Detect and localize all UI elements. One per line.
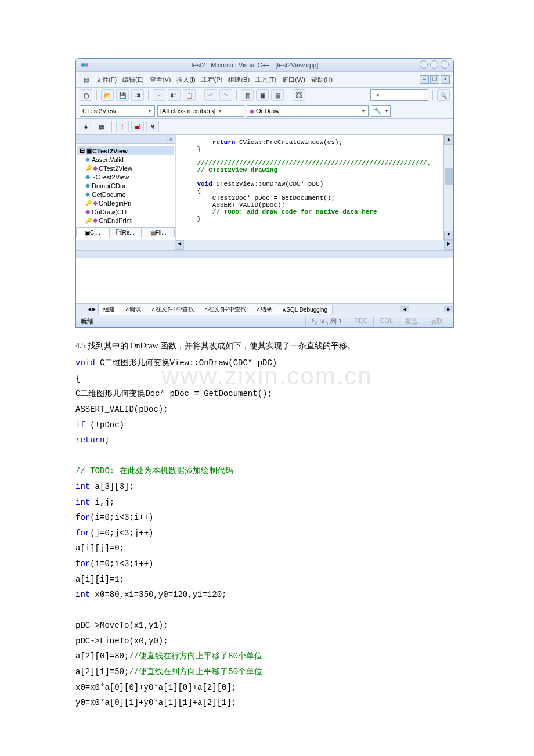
output-panel-header[interactable]	[76, 251, 453, 258]
paste-icon[interactable]: 📋	[183, 89, 196, 101]
title-bar: test2 - Microsoft Visual C++ - [test2Vie…	[76, 59, 453, 71]
workspace-icon[interactable]: ▥	[241, 89, 254, 101]
config-combo[interactable]: ▼	[370, 89, 428, 101]
tree-node[interactable]: ◆GetDocume	[77, 190, 174, 199]
output-content[interactable]	[76, 258, 453, 303]
menu-build[interactable]: 组建(B)	[228, 75, 250, 84]
class-combo[interactable]: CTest2View▼	[80, 105, 155, 117]
child-close-button[interactable]: ×	[441, 75, 450, 84]
find-icon[interactable]: 🔍	[437, 89, 450, 101]
window-list-icon[interactable]: ▤	[271, 89, 284, 101]
out-tab-debug[interactable]: ∧调试	[120, 304, 146, 315]
status-ready: 就绪	[81, 317, 93, 326]
tree-node[interactable]: ◆AssertValid	[77, 155, 174, 164]
status-ovr: 覆盖	[399, 317, 424, 326]
tree-node[interactable]: 🔑◆OnEndPrint	[77, 216, 174, 225]
toolbar-1: ▢ 📂 💾 ⿻ ✂ ⿻ 📋 ↶ ↷ ▥ ▦ ▤ ⿴ ▼ 🔍	[76, 88, 453, 103]
menu-insert[interactable]: 插入(I)	[176, 75, 195, 84]
execute-icon[interactable]: ≣!	[131, 121, 144, 132]
toolbar-2: CTest2View▼ [All class members]▼ ◆OnDraw…	[76, 103, 453, 119]
tab-classview[interactable]: ▣Cl...	[76, 228, 109, 237]
redo-icon: ↷	[219, 89, 232, 101]
output-tabs: ◀ ▶ 组建 ∧调试 ∧在文件1中查找 ∧在文件2中查找 ∧结果 ∧SQL De…	[76, 303, 453, 315]
out-tab-find1[interactable]: ∧在文件1中查找	[146, 304, 199, 315]
tree-panel-header[interactable]: ⊣ ×	[76, 135, 175, 144]
cut-icon: ✂	[153, 89, 165, 101]
class-tree-panel: ⊣ × ⊟ ▣ CTest2View ◆AssertValid🔑◆CTest2V…	[76, 135, 176, 240]
out-tab-find2[interactable]: ∧在文件2中查找	[199, 304, 252, 315]
save-all-icon[interactable]: ⿻	[131, 89, 144, 101]
tree-root[interactable]: ⊟ ▣ CTest2View	[77, 146, 174, 155]
status-rec: REC	[348, 317, 373, 326]
undo-icon: ↶	[204, 89, 217, 101]
window-title: test2 - Microsoft Visual C++ - [test2Vie…	[92, 62, 417, 69]
status-position: 行 56, 列 1	[305, 317, 348, 326]
menu-tools[interactable]: 工具(T)	[255, 75, 276, 84]
tree-node[interactable]: ◆OnDraw(CD	[77, 207, 174, 216]
out-tab-results[interactable]: ∧结果	[251, 304, 277, 315]
tab-fileview[interactable]: ▤Fil...	[142, 228, 175, 237]
tree-tabs: ▣Cl... ⿹Re... ▤Fil...	[76, 227, 175, 237]
toolbar-3: ◈ ▦ ! ≣! ↯	[76, 119, 453, 135]
menu-project[interactable]: 工程(P)	[201, 75, 223, 84]
code-editor[interactable]: return CView::PreCreateWindow(cs); } ///…	[176, 135, 453, 240]
doc-intro: 4.5 找到其中的 OnDraw 函数，并将其改成如下，使其实现了一条直线的平移…	[75, 339, 459, 353]
out-tab-build[interactable]: 组建	[98, 304, 120, 315]
compile-icon[interactable]: ◈	[80, 121, 92, 132]
app-icon	[81, 61, 89, 69]
open-icon[interactable]: 📂	[101, 89, 114, 101]
go-icon[interactable]: ↯	[146, 121, 159, 132]
output-icon[interactable]: ▦	[256, 89, 269, 101]
vertical-scrollbar[interactable]: ▲ ▼	[443, 135, 453, 240]
ide-window: test2 - Microsoft Visual C++ - [test2Vie…	[75, 58, 454, 328]
tree-node[interactable]: ◆~CTest2View	[77, 172, 174, 181]
filter-combo[interactable]: [All class members]▼	[157, 105, 244, 117]
build-icon[interactable]: ▦	[95, 121, 107, 132]
menu-view[interactable]: 查看(V)	[150, 75, 171, 84]
menu-bar: ▤ 文件(F) 编辑(E) 查看(V) 插入(I) 工程(P) 组建(B) 工具…	[76, 71, 453, 88]
tree-node[interactable]: 🔑◆CTest2View	[77, 164, 174, 172]
status-bar: 就绪 行 56, 列 1 REC COL 覆盖 读取	[76, 315, 453, 327]
stop-build-icon[interactable]: !	[116, 121, 129, 132]
action-combo[interactable]: 🔧▼	[371, 105, 391, 117]
code-h-scrollbar[interactable]: ◀ ▶	[76, 240, 453, 250]
out-tab-sql[interactable]: ∧SQL Debugging	[277, 305, 333, 314]
workspace: ⊣ × ⊟ ▣ CTest2View ◆AssertValid🔑◆CTest2V…	[76, 135, 453, 240]
status-col: COL	[373, 317, 399, 326]
save-icon[interactable]: 💾	[116, 89, 129, 101]
status-read: 读取	[424, 317, 449, 326]
child-max-button[interactable]: ❐	[430, 75, 439, 84]
svg-point-0	[81, 63, 85, 67]
new-icon[interactable]: ▢	[80, 89, 92, 101]
code-block: void C二维图形几何变换View::OnDraw(CDC* pDC){ C二…	[75, 355, 459, 711]
window-buttons[interactable]	[417, 60, 449, 70]
menu-file[interactable]: 文件(F)	[96, 75, 117, 84]
menu-help[interactable]: 帮助(H)	[311, 75, 333, 84]
menu-window[interactable]: 窗口(W)	[282, 75, 305, 84]
doc-icon[interactable]: ▤	[80, 74, 92, 85]
child-min-button[interactable]: –	[420, 75, 429, 84]
svg-point-1	[85, 63, 88, 67]
tree-node[interactable]: ◆Dump(CDur	[77, 181, 174, 190]
output-panel: ◀ ▶ 组建 ∧调试 ∧在文件1中查找 ∧在文件2中查找 ∧结果 ∧SQL De…	[76, 250, 453, 315]
tree-node[interactable]: 🔑◆OnBeginPri	[77, 199, 174, 207]
copy-icon[interactable]: ⿻	[168, 89, 181, 101]
menu-edit[interactable]: 编辑(E)	[122, 75, 144, 84]
tab-resourceview[interactable]: ⿹Re...	[109, 228, 142, 237]
member-combo[interactable]: ◆OnDraw▼	[247, 105, 369, 117]
tile-icon[interactable]: ⿴	[293, 89, 305, 101]
